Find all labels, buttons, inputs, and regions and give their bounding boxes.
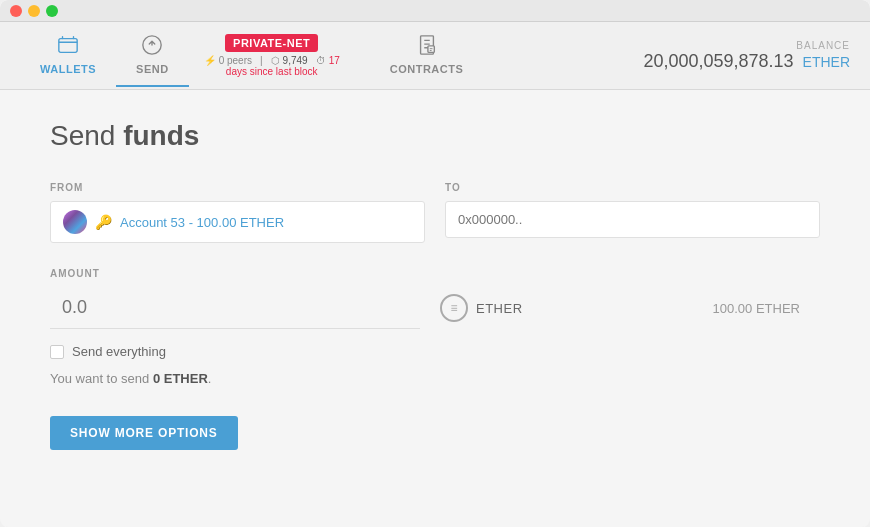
amount-label: AMOUNT xyxy=(50,268,820,279)
currency-name: ETHER xyxy=(476,301,523,316)
peers-count: 0 peers xyxy=(219,55,252,66)
from-field[interactable]: 🔑 Account 53 - 100.00 ETHER xyxy=(50,201,425,243)
send-everything-checkbox[interactable] xyxy=(50,345,64,359)
wallet-icon xyxy=(57,34,79,59)
contracts-label: CONTRACTS xyxy=(390,63,464,75)
top-nav: WALLETS SEND PRIVATE-NET ⚡ 0 peers xyxy=(0,22,870,90)
available-balance: 100.00 ETHER xyxy=(713,301,820,316)
titlebar xyxy=(0,0,870,22)
balance-amount: 20,000,059,878.13 ETHER xyxy=(643,51,850,72)
wallets-label: WALLETS xyxy=(40,63,96,75)
send-preview: You want to send 0 ETHER. xyxy=(50,371,820,386)
contracts-icon xyxy=(416,34,438,59)
to-group: TO xyxy=(445,182,820,243)
maximize-button[interactable] xyxy=(46,5,58,17)
peers-icon: ⚡ xyxy=(204,55,216,66)
from-to-row: FROM 🔑 Account 53 - 100.00 ETHER TO xyxy=(50,182,820,243)
currency-icon: ≡ xyxy=(440,294,468,322)
balance-unit: ETHER xyxy=(803,54,850,70)
main-content: Send funds FROM 🔑 Account 53 - 100.00 ET… xyxy=(0,90,870,527)
nav-items: WALLETS SEND xyxy=(20,24,189,87)
from-value: Account 53 - 100.00 ETHER xyxy=(120,215,284,230)
amount-input-wrapper xyxy=(50,287,420,329)
close-button[interactable] xyxy=(10,5,22,17)
blocks-count: 9,749 xyxy=(283,55,308,66)
nav-item-wallets[interactable]: WALLETS xyxy=(20,24,116,87)
send-label: SEND xyxy=(136,63,169,75)
to-label: TO xyxy=(445,182,820,193)
amount-input[interactable] xyxy=(50,287,420,329)
network-stats: ⚡ 0 peers | ⬡ 9,749 ⏱ 17 xyxy=(204,55,340,66)
app-window: WALLETS SEND PRIVATE-NET ⚡ 0 peers xyxy=(0,0,870,527)
send-everything-label[interactable]: Send everything xyxy=(72,344,166,359)
balance-number: 20,000,059,878.13 xyxy=(643,51,793,71)
days-since-label: days since last block xyxy=(226,66,318,77)
page-title-bold: funds xyxy=(123,120,199,151)
page-title-plain: Send xyxy=(50,120,115,151)
minimize-button[interactable] xyxy=(28,5,40,17)
send-preview-suffix: . xyxy=(208,371,212,386)
balance-section: BALANCE 20,000,059,878.13 ETHER xyxy=(643,40,850,72)
blocks-icon: ⬡ xyxy=(271,55,280,66)
send-everything-row: Send everything xyxy=(50,344,820,359)
from-group: FROM 🔑 Account 53 - 100.00 ETHER xyxy=(50,182,425,243)
clock-icon: ⏱ xyxy=(316,55,326,66)
key-icon: 🔑 xyxy=(95,214,112,230)
send-preview-prefix: You want to send xyxy=(50,371,153,386)
from-label: FROM xyxy=(50,182,425,193)
page-title: Send funds xyxy=(50,120,820,152)
balance-label: BALANCE xyxy=(643,40,850,51)
amount-row: ≡ ETHER 100.00 ETHER xyxy=(50,287,820,329)
account-avatar xyxy=(63,210,87,234)
nav-item-send[interactable]: SEND xyxy=(116,24,189,87)
blocks-stat: ⬡ 9,749 xyxy=(271,55,308,66)
currency-selector[interactable]: ≡ ETHER xyxy=(440,294,523,322)
svg-rect-0 xyxy=(59,39,77,53)
send-preview-amount: 0 ETHER xyxy=(153,371,208,386)
network-label: PRIVATE-NET xyxy=(225,34,318,52)
send-icon xyxy=(141,34,163,59)
peers-stat: ⚡ 0 peers xyxy=(204,55,252,66)
nav-item-contracts[interactable]: CONTRACTS xyxy=(370,24,484,87)
days-count: 17 xyxy=(329,55,340,66)
days-stat: ⏱ 17 xyxy=(316,55,340,66)
show-more-options-button[interactable]: SHOW MORE OPTIONS xyxy=(50,416,238,450)
network-badge: PRIVATE-NET ⚡ 0 peers | ⬡ 9,749 ⏱ 17 day… xyxy=(204,34,340,77)
to-input[interactable] xyxy=(445,201,820,238)
amount-section: AMOUNT ≡ ETHER 100.00 ETHER xyxy=(50,268,820,329)
